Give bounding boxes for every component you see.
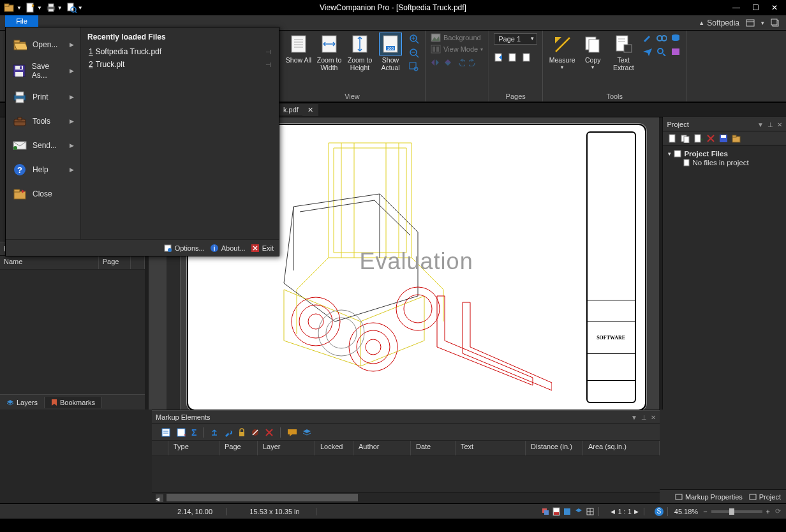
show-actual-button[interactable]: 100Show Actual bbox=[376, 33, 404, 71]
tool-palette-icon[interactable] bbox=[671, 47, 681, 56]
bookmarks-col-name[interactable]: Name bbox=[0, 256, 99, 269]
mu-sigma-icon[interactable]: Σ bbox=[191, 427, 196, 438]
sb-color-icon[interactable] bbox=[563, 507, 572, 516]
mu-lock-icon[interactable] bbox=[238, 428, 246, 437]
file-open[interactable]: Open...▶ bbox=[6, 34, 80, 55]
menubar-dropdown-icon[interactable]: ▾ bbox=[761, 20, 764, 26]
zoom-minus-icon[interactable]: − bbox=[703, 508, 707, 515]
proj-newset-icon[interactable] bbox=[681, 134, 690, 143]
mu-delete-icon[interactable] bbox=[265, 428, 274, 437]
panel-menu-icon[interactable]: ▼ bbox=[631, 414, 637, 421]
measure-button[interactable]: Measure▾ bbox=[548, 33, 576, 71]
file-print[interactable]: Print▶ bbox=[6, 86, 80, 108]
text-extract-button[interactable]: TextExtract bbox=[609, 33, 637, 71]
tool-pen-icon[interactable] bbox=[642, 33, 653, 42]
tool-plane-icon[interactable] bbox=[642, 47, 653, 56]
panel-close-icon[interactable]: ✕ bbox=[651, 414, 656, 421]
zoom-height-button[interactable]: Zoom to Height bbox=[346, 33, 374, 71]
mu-col-layer[interactable]: Layer bbox=[258, 441, 315, 455]
window-list-icon[interactable] bbox=[746, 19, 755, 27]
sb-pdf-icon[interactable] bbox=[552, 507, 560, 516]
copy-button[interactable]: Copy▾ bbox=[579, 33, 607, 71]
page-select[interactable]: Page 1 bbox=[494, 33, 537, 45]
sb-snap-icon[interactable]: S bbox=[655, 507, 664, 516]
panel-menu-icon[interactable]: ▼ bbox=[757, 121, 764, 128]
zoom-width-button[interactable]: Zoom to Width bbox=[315, 33, 343, 71]
bookmarks-col-page[interactable]: Page bbox=[99, 256, 131, 269]
restore-child-icon[interactable] bbox=[771, 18, 781, 27]
status-zoom[interactable]: 45.18% bbox=[674, 508, 698, 515]
sb-overlay-icon[interactable] bbox=[541, 507, 550, 516]
flip-h-icon[interactable] bbox=[431, 59, 440, 66]
mu-export-icon[interactable] bbox=[210, 428, 219, 437]
tab-layers[interactable]: Layers bbox=[0, 397, 45, 408]
proj-save-icon[interactable] bbox=[719, 134, 728, 143]
flip-v-icon[interactable] bbox=[443, 59, 452, 66]
zoom-area-icon[interactable] bbox=[408, 61, 420, 73]
proj-new-icon[interactable] bbox=[668, 134, 677, 143]
tool-database-icon[interactable] bbox=[671, 33, 681, 42]
panel-pin-icon[interactable]: ⊥ bbox=[767, 121, 773, 128]
qat-new-icon[interactable]: ▼ bbox=[26, 1, 45, 14]
recent-file-2[interactable]: 2Truck.plt⊣ bbox=[87, 58, 272, 71]
mu-col-locked[interactable]: Locked bbox=[315, 441, 353, 455]
mu-hide-icon[interactable] bbox=[251, 428, 260, 437]
close-button[interactable]: ✕ bbox=[768, 3, 781, 12]
zoom-plus-icon[interactable]: + bbox=[766, 508, 770, 515]
brand-link[interactable]: ▲Softpedia bbox=[699, 18, 739, 27]
mu-list-icon[interactable] bbox=[161, 427, 171, 438]
page-prev-icon[interactable] bbox=[508, 52, 518, 63]
qat-print-icon[interactable]: ▼ bbox=[46, 2, 65, 13]
pin-icon[interactable]: ⊣ bbox=[265, 61, 271, 68]
minimize-button[interactable]: — bbox=[730, 3, 743, 12]
sb-layers-icon[interactable] bbox=[574, 507, 583, 516]
proj-delete-icon[interactable] bbox=[706, 134, 715, 143]
qat-preview-icon[interactable]: ▼ bbox=[66, 1, 85, 14]
rotate-left-icon[interactable] bbox=[456, 59, 465, 66]
mu-col-area[interactable]: Area (sq.in.) bbox=[583, 441, 660, 455]
tab-bookmarks[interactable]: Bookmarks bbox=[45, 397, 102, 408]
mu-wrench-icon[interactable] bbox=[224, 428, 233, 437]
document-tab-close-icon[interactable]: ✕ bbox=[302, 104, 318, 116]
file-tab[interactable]: File bbox=[5, 15, 38, 27]
page-first-icon[interactable] bbox=[494, 52, 504, 63]
mu-comment-icon[interactable] bbox=[287, 429, 297, 436]
tool-binoculars-icon[interactable] bbox=[656, 33, 667, 42]
page-next-icon[interactable] bbox=[522, 52, 532, 63]
document-tab[interactable]: k.pdf bbox=[279, 104, 302, 115]
file-help[interactable]: ?Help▶ bbox=[6, 159, 80, 181]
mu-col-page[interactable]: Page bbox=[219, 441, 258, 455]
file-tools[interactable]: Tools▶ bbox=[6, 110, 80, 132]
recent-file-1[interactable]: 1Softpedia Truck.pdf⊣ bbox=[87, 45, 272, 58]
qat-open-icon[interactable]: ▼ bbox=[4, 2, 24, 13]
tool-search-icon[interactable] bbox=[656, 47, 667, 56]
file-exit[interactable]: Exit bbox=[251, 244, 274, 253]
file-send[interactable]: Send...▶ bbox=[6, 135, 80, 156]
project-tree[interactable]: ▾Project Files No files in project bbox=[663, 145, 786, 171]
tree-root[interactable]: ▾Project Files bbox=[668, 149, 781, 158]
panel-pin-icon[interactable]: ⊥ bbox=[641, 414, 647, 421]
maximize-button[interactable]: ☐ bbox=[749, 3, 762, 12]
mu-col-type[interactable]: Type bbox=[168, 441, 219, 455]
zoom-out-icon[interactable] bbox=[408, 47, 420, 59]
panel-close-icon[interactable]: ✕ bbox=[777, 121, 782, 128]
mu-table-icon[interactable]: x bbox=[176, 427, 186, 438]
file-options[interactable]: Options... bbox=[163, 244, 205, 253]
proj-open-icon[interactable] bbox=[732, 134, 741, 143]
pin-icon[interactable]: ⊣ bbox=[265, 48, 271, 55]
file-about[interactable]: iAbout... bbox=[210, 244, 246, 253]
mu-col-author[interactable]: Author bbox=[353, 441, 411, 455]
proj-add-icon[interactable]: + bbox=[693, 134, 702, 143]
zoom-slider[interactable]: − + bbox=[703, 508, 770, 515]
status-ratio[interactable]: 1 : 1 bbox=[618, 508, 631, 515]
mu-col-text[interactable]: Text bbox=[456, 441, 526, 455]
mu-col-date[interactable]: Date bbox=[411, 441, 456, 455]
mu-layers-icon[interactable] bbox=[302, 429, 311, 436]
tab-markup-properties[interactable]: Markup Properties bbox=[675, 493, 743, 501]
file-close[interactable]: Close bbox=[6, 183, 80, 205]
show-all-button[interactable]: Show All bbox=[285, 33, 313, 64]
file-saveas[interactable]: Save As...▶ bbox=[6, 58, 80, 84]
sb-grid-icon[interactable] bbox=[586, 507, 595, 516]
horizontal-scrollbar[interactable]: ◂ bbox=[152, 492, 660, 503]
tab-project[interactable]: Project bbox=[749, 493, 781, 501]
